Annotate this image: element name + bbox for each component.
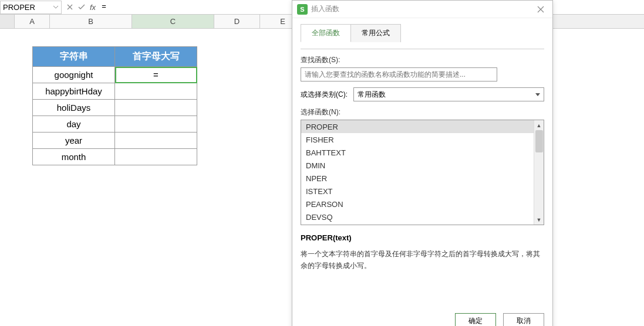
function-item[interactable]: DMIN <box>301 159 534 172</box>
close-icon[interactable] <box>534 2 548 16</box>
chevron-down-icon <box>535 93 540 96</box>
function-item[interactable]: PROPER <box>301 120 534 133</box>
cell-string[interactable]: happybirtHday <box>33 83 115 100</box>
search-label: 查找函数(S): <box>301 55 544 65</box>
category-label: 或选择类别(C): <box>301 90 353 100</box>
scrollbar[interactable]: ▲ ▼ <box>534 120 544 225</box>
name-box[interactable]: PROPER <box>0 1 62 14</box>
table-row: month <box>33 149 197 165</box>
function-item[interactable]: DEVSQ <box>301 210 534 223</box>
cell-proper[interactable]: = <box>115 67 197 83</box>
app-icon: S <box>297 4 308 15</box>
formula-accept-icon[interactable] <box>76 1 87 13</box>
name-box-value: PROPER <box>3 3 35 12</box>
dialog-buttons: 确定 取消 <box>292 307 552 326</box>
cell-string[interactable]: year <box>33 133 115 149</box>
function-item[interactable]: BAHTTEXT <box>301 146 534 159</box>
table-row: year <box>33 133 197 149</box>
category-select[interactable]: 常用函数 <box>353 87 544 101</box>
table-row: holiDays <box>33 100 197 116</box>
cancel-button[interactable]: 取消 <box>503 313 544 326</box>
function-description: 将一个文本字符串的首字母及任何非字母字符之后的首字母转换成大写，将其余的字母转换… <box>301 248 544 272</box>
dialog-title: 插入函数 <box>311 4 534 14</box>
cell-proper[interactable] <box>115 83 197 100</box>
ok-button[interactable]: 确定 <box>455 313 496 326</box>
insert-function-dialog: S 插入函数 全部函数 常用公式 查找函数(S): 或选择类别(C): 常用函数… <box>292 0 553 326</box>
dialog-tabs: 全部函数 常用公式 <box>301 24 544 42</box>
function-item[interactable]: PEARSON <box>301 198 534 210</box>
col-header-b[interactable]: B <box>50 15 132 28</box>
search-input[interactable] <box>301 67 497 82</box>
cell-proper[interactable] <box>115 100 197 116</box>
col-header-c[interactable]: C <box>132 15 214 28</box>
select-all-corner[interactable] <box>0 15 15 28</box>
select-function-label: 选择函数(N): <box>301 107 544 117</box>
cell-proper[interactable] <box>115 149 197 165</box>
scroll-down-icon[interactable]: ▼ <box>534 215 544 225</box>
table-header-proper: 首字母大写 <box>115 47 197 67</box>
scroll-thumb[interactable] <box>535 130 543 152</box>
category-value: 常用函数 <box>358 90 386 100</box>
cell-string[interactable]: month <box>33 149 115 165</box>
tab-all-functions[interactable]: 全部函数 <box>301 24 351 42</box>
col-header-a[interactable]: A <box>15 15 50 28</box>
table-row: goognight= <box>33 67 197 83</box>
function-item[interactable]: FISHER <box>301 133 534 146</box>
data-table: 字符串 首字母大写 goognight=happybirtHdayholiDay… <box>32 46 197 165</box>
function-item[interactable]: NPER <box>301 172 534 185</box>
function-item[interactable]: ISTEXT <box>301 185 534 198</box>
scroll-up-icon[interactable]: ▲ <box>534 120 544 130</box>
tab-common-formulas[interactable]: 常用公式 <box>351 24 401 42</box>
formula-cancel-icon[interactable] <box>64 1 76 13</box>
dialog-body: 全部函数 常用公式 查找函数(S): 或选择类别(C): 常用函数 选择函数(N… <box>292 18 552 307</box>
table-row: happybirtHday <box>33 83 197 100</box>
chevron-down-icon[interactable] <box>53 6 59 9</box>
table-row: day <box>33 116 197 133</box>
table-header-string: 字符串 <box>33 47 115 67</box>
cell-proper[interactable] <box>115 133 197 149</box>
cell-proper[interactable] <box>115 116 197 133</box>
dialog-titlebar[interactable]: S 插入函数 <box>292 1 552 18</box>
function-list: PROPERFISHERBAHTTEXTDMINNPERISTEXTPEARSO… <box>301 120 544 225</box>
cell-string[interactable]: holiDays <box>33 100 115 116</box>
cell-string[interactable]: goognight <box>33 67 115 83</box>
cell-string[interactable]: day <box>33 116 115 133</box>
fx-icon[interactable]: fx <box>90 3 96 12</box>
function-signature: PROPER(text) <box>301 233 544 242</box>
col-header-d[interactable]: D <box>214 15 260 28</box>
